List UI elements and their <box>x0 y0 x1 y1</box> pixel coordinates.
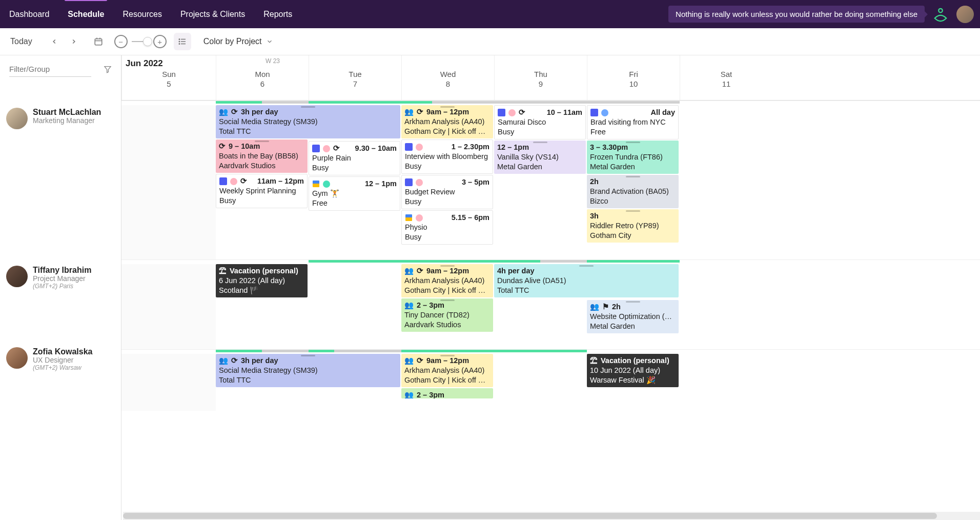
zoom-slider[interactable] <box>132 41 149 42</box>
toolbar: Today − + Color by Project <box>0 28 980 55</box>
color-mode-label: Color by Project <box>203 37 262 46</box>
nav-right: Nothing is really work unless you would … <box>668 6 974 23</box>
zoom-out-button[interactable]: − <box>114 35 128 48</box>
app-logo-icon <box>933 7 948 22</box>
quote-of-day: Nothing is really work unless you would … <box>668 6 925 23</box>
zoom-in-button[interactable]: + <box>153 35 167 48</box>
svg-point-8 <box>179 39 180 40</box>
svg-point-9 <box>179 41 180 42</box>
chevron-down-icon <box>266 38 273 45</box>
top-nav: Dashboard Schedule Resources Projects & … <box>0 0 980 28</box>
chevron-right-icon <box>70 38 77 45</box>
nav-schedule[interactable]: Schedule <box>58 0 113 28</box>
calendar-icon <box>94 37 103 46</box>
calendar-picker-button[interactable] <box>90 33 107 50</box>
nav-items: Dashboard Schedule Resources Projects & … <box>0 0 301 28</box>
next-button[interactable] <box>65 33 83 50</box>
color-mode-dropdown[interactable]: Color by Project <box>198 34 278 49</box>
list-view-toggle[interactable] <box>174 33 191 50</box>
list-icon <box>178 37 187 46</box>
svg-point-10 <box>179 44 180 45</box>
svg-rect-1 <box>95 39 102 45</box>
nav-dashboard[interactable]: Dashboard <box>0 0 58 28</box>
nav-reports[interactable]: Reports <box>254 0 301 28</box>
svg-point-0 <box>938 8 943 12</box>
today-button[interactable]: Today <box>4 34 38 49</box>
zoom-knob[interactable] <box>143 37 152 46</box>
current-user-avatar[interactable] <box>956 6 974 23</box>
chevron-left-icon <box>51 38 58 45</box>
prev-button[interactable] <box>46 33 63 50</box>
nav-resources[interactable]: Resources <box>113 0 171 28</box>
nav-projects-clients[interactable]: Projects & Clients <box>171 0 254 28</box>
